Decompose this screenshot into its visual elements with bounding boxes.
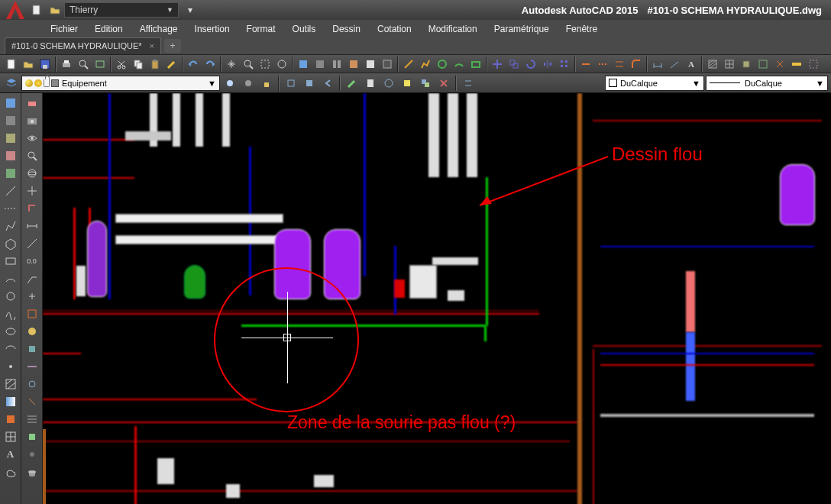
dim-aligned-icon[interactable] — [667, 57, 682, 72]
layer-match-icon[interactable] — [344, 76, 360, 91]
spline-icon[interactable] — [2, 305, 20, 322]
rectangle-icon[interactable] — [2, 253, 20, 270]
table-draw-icon[interactable] — [2, 428, 20, 445]
layer-merge-icon[interactable] — [461, 76, 476, 91]
leader-icon[interactable] — [23, 270, 41, 287]
cut-icon[interactable] — [114, 57, 129, 72]
save-icon[interactable] — [37, 57, 53, 72]
zoom-previous-icon[interactable] — [274, 57, 289, 72]
workspace-combo[interactable]: Thierry ▼ — [64, 2, 179, 18]
rect-tool-icon[interactable] — [468, 57, 483, 72]
autocad-logo-icon[interactable] — [3, 0, 27, 22]
polygon-icon[interactable] — [2, 235, 20, 252]
camera-icon[interactable] — [23, 112, 41, 129]
mod-8-icon[interactable] — [23, 428, 41, 445]
menu-dessin[interactable]: Dessin — [325, 21, 368, 37]
revision-cloud-icon[interactable] — [2, 464, 20, 480]
mtext-draw-icon[interactable]: A — [2, 446, 20, 463]
qnew-icon[interactable] — [4, 57, 19, 72]
tool-palettes-icon[interactable] — [329, 57, 344, 72]
erase-icon[interactable] — [23, 95, 41, 111]
mod-4-icon[interactable] — [23, 358, 41, 375]
mod-9-icon[interactable] — [23, 446, 41, 463]
mod-1-icon[interactable] — [23, 305, 41, 322]
layer-freeze-icon[interactable] — [222, 76, 238, 91]
copy-icon[interactable] — [131, 57, 146, 72]
move-mod-icon[interactable] — [23, 183, 41, 199]
layer-copy-icon[interactable] — [418, 76, 433, 91]
menu-parametrique[interactable]: Paramétrique — [487, 21, 557, 37]
layer-change-icon[interactable] — [399, 76, 415, 91]
array-icon[interactable] — [557, 57, 572, 72]
gradient-icon[interactable] — [2, 393, 20, 410]
hatch-icon[interactable] — [2, 376, 20, 393]
match-props-icon[interactable] — [164, 57, 179, 72]
line-tool-icon[interactable] — [401, 57, 416, 72]
mod-2-icon[interactable] — [23, 323, 41, 340]
menu-fichier[interactable]: Fichier — [43, 21, 86, 37]
layer-delete-icon[interactable] — [436, 76, 451, 91]
view-icon[interactable] — [23, 130, 41, 147]
palette-btn[interactable] — [2, 147, 20, 164]
menu-affichage[interactable]: Affichage — [132, 21, 186, 37]
ucs-icon[interactable] — [23, 200, 41, 217]
line-draw-icon[interactable] — [2, 183, 20, 199]
properties-icon[interactable] — [296, 57, 311, 72]
pan-icon[interactable] — [224, 57, 239, 72]
arc-icon[interactable] — [2, 270, 20, 287]
palette-btn[interactable] — [2, 165, 20, 182]
menu-format[interactable]: Format — [239, 21, 283, 37]
menu-fenetre[interactable]: Fenêtre — [558, 21, 605, 37]
dim-icon[interactable] — [23, 235, 41, 252]
layer-manager-icon[interactable] — [4, 76, 19, 91]
teapot-icon[interactable] — [23, 464, 41, 480]
redo-icon[interactable] — [202, 57, 218, 72]
zoom-window-icon[interactable] — [257, 57, 273, 72]
block-insert-icon[interactable] — [739, 57, 754, 72]
quickcalc-icon[interactable] — [380, 57, 395, 72]
open-icon[interactable] — [21, 57, 36, 72]
linetype-combo[interactable]: DuCalque ▼ — [706, 76, 828, 91]
mod-6-icon[interactable] — [23, 393, 41, 410]
undo-icon[interactable] — [186, 57, 201, 72]
layer-off-icon[interactable] — [241, 76, 256, 91]
zoom-icon[interactable] — [241, 57, 256, 72]
mtext-icon[interactable]: A — [684, 57, 699, 72]
preview-icon[interactable] — [76, 57, 91, 72]
circle-tool-icon[interactable] — [435, 57, 450, 72]
xref-icon[interactable] — [755, 57, 771, 72]
hatch-icon[interactable] — [705, 57, 720, 72]
close-tab-icon[interactable]: × — [150, 41, 154, 50]
table-icon[interactable] — [722, 57, 737, 72]
ellipse-icon[interactable] — [2, 323, 20, 340]
menu-insertion[interactable]: Insertion — [187, 21, 238, 37]
qat-customize-icon[interactable]: ▾ — [182, 2, 199, 18]
rotate-icon[interactable] — [523, 57, 538, 72]
centermark-icon[interactable] — [23, 288, 41, 305]
dim-linear-icon[interactable] — [650, 57, 665, 72]
palette-btn[interactable] — [2, 112, 20, 129]
fillet-icon[interactable] — [629, 57, 644, 72]
region-icon[interactable] — [2, 411, 20, 428]
print-icon[interactable] — [59, 57, 74, 72]
menu-outils[interactable]: Outils — [285, 21, 324, 37]
layer-lock-icon[interactable] — [259, 76, 274, 91]
palette-btn[interactable] — [2, 130, 20, 147]
menu-cotation[interactable]: Cotation — [370, 21, 419, 37]
palette-btn[interactable] — [2, 95, 20, 111]
layer-prev-icon[interactable] — [320, 76, 335, 91]
mod-5-icon[interactable] — [23, 376, 41, 393]
polyline-icon[interactable] — [2, 218, 20, 234]
explode-icon[interactable] — [772, 57, 787, 72]
extend-icon[interactable] — [595, 57, 610, 72]
paste-icon[interactable] — [147, 57, 163, 72]
circle-icon[interactable] — [2, 288, 20, 305]
file-tab-active[interactable]: #101-0 SCHEMA HYDRAULIQUE* × — [5, 37, 161, 54]
mirror-icon[interactable] — [540, 57, 555, 72]
point-icon[interactable] — [2, 358, 20, 375]
move-icon[interactable] — [490, 57, 505, 72]
menu-edition[interactable]: Edition — [87, 21, 131, 37]
measure-icon[interactable] — [789, 57, 804, 72]
zoom-realtime-icon[interactable] — [23, 147, 41, 164]
open-icon[interactable] — [47, 2, 63, 18]
